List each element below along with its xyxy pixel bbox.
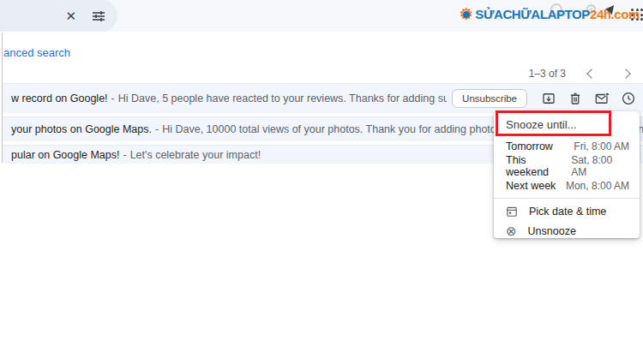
email-row-1[interactable]: w record on Google!-Hi Dave, 5 people ha… bbox=[3, 83, 643, 115]
advanced-search-link[interactable]: anced search bbox=[3, 46, 70, 59]
unsnooze-label: Unsnooze bbox=[528, 225, 576, 237]
older-page-icon[interactable] bbox=[621, 69, 630, 78]
newer-page-icon[interactable] bbox=[586, 69, 596, 78]
subject-separator: - bbox=[119, 149, 129, 161]
watermark-logo: ⚙ SỬACHỮALAPTOP24h.com bbox=[459, 6, 640, 22]
option-label: Tomorrow bbox=[506, 140, 553, 152]
email-hover-actions bbox=[527, 91, 643, 106]
unsnooze-icon: ⊗ bbox=[506, 224, 517, 237]
email-preview: Let's celebrate your impact! bbox=[130, 149, 261, 161]
email-subject: your photos on Google Maps. bbox=[11, 123, 152, 135]
email-subject: pular on Google Maps! bbox=[11, 149, 119, 161]
top-bar: ✕ ⚙ bbox=[0, 0, 643, 32]
unsnooze-item[interactable]: ⊗ Unsnooze bbox=[494, 221, 640, 241]
search-options-icon[interactable] bbox=[92, 9, 105, 23]
logo-gear-icon: ⚙ bbox=[459, 6, 473, 22]
pick-date-time-item[interactable]: Pick date & time bbox=[494, 201, 640, 221]
snooze-until-header: Snooze until... bbox=[494, 112, 640, 136]
snooze-menu: Snooze until... Tomorrow Fri, 8:00 AM Th… bbox=[494, 111, 640, 238]
menu-divider bbox=[494, 198, 640, 199]
option-label: Next week bbox=[506, 180, 556, 192]
subject-separator: - bbox=[108, 92, 118, 104]
pagination-count: 1–3 of 3 bbox=[529, 68, 566, 80]
email-1-text: w record on Google!-Hi Dave, 5 people ha… bbox=[11, 92, 447, 104]
clear-search-icon[interactable]: ✕ bbox=[65, 9, 76, 22]
logo-text-blue: SỬACHỮALAPTOP bbox=[475, 7, 590, 21]
delete-icon[interactable] bbox=[568, 91, 583, 106]
option-time: Sat, 8:00 AM bbox=[571, 154, 629, 178]
snooze-until-label: Snooze until... bbox=[506, 118, 576, 131]
subject-separator: - bbox=[152, 123, 162, 135]
option-label: This weekend bbox=[506, 154, 571, 178]
email-subject: w record on Google! bbox=[11, 92, 108, 104]
pagination: 1–3 of 3 bbox=[529, 65, 636, 82]
email-preview: Hi Dave, 5 people have reacted to your r… bbox=[118, 92, 447, 104]
unsubscribe-button[interactable]: Unsubscribe bbox=[452, 89, 527, 108]
calendar-icon bbox=[506, 206, 518, 218]
pick-date-time-label: Pick date & time bbox=[529, 206, 606, 218]
logo-text-orange: 24h.com bbox=[590, 7, 640, 21]
logo-text: SỬACHỮALAPTOP24h.com bbox=[475, 7, 640, 21]
gmail-screenshot: ✕ ⚙ bbox=[0, 0, 643, 364]
archive-icon[interactable] bbox=[541, 91, 556, 106]
search-input[interactable]: ✕ bbox=[0, 0, 117, 32]
option-time: Mon, 8:00 AM bbox=[566, 180, 629, 192]
option-time: Fri, 8:00 AM bbox=[574, 140, 629, 152]
snooze-option-next-week[interactable]: Next week Mon, 8:00 AM bbox=[494, 176, 640, 195]
mark-as-unread-icon[interactable] bbox=[594, 91, 610, 106]
snooze-option-this-weekend[interactable]: This weekend Sat, 8:00 AM bbox=[494, 156, 640, 176]
snooze-icon[interactable] bbox=[621, 91, 636, 106]
